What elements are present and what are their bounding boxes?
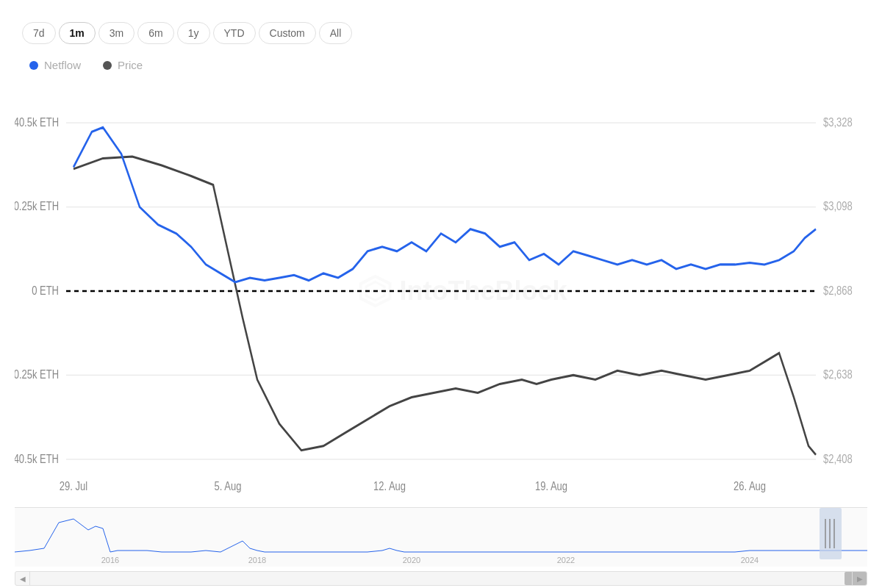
scroll-left-btn[interactable]: ◀ <box>15 571 30 586</box>
netflow-line <box>74 127 816 282</box>
svg-text:-340.5k ETH: -340.5k ETH <box>15 452 59 465</box>
svg-text:2016: 2016 <box>101 556 119 564</box>
price-line <box>74 157 816 455</box>
mini-chart[interactable]: 2016 2018 2020 2022 2024 ◀ ▶ <box>15 507 867 581</box>
legend-price: Price <box>103 59 143 71</box>
svg-text:19. Aug: 19. Aug <box>535 480 567 492</box>
netflow-label: Netflow <box>44 59 81 71</box>
btn-6m[interactable]: 6m <box>137 22 173 44</box>
svg-text:$2,868: $2,868 <box>823 284 853 297</box>
netflow-dot <box>29 61 38 70</box>
svg-text:$3,098: $3,098 <box>823 200 853 212</box>
legend-netflow: Netflow <box>29 59 81 71</box>
price-dot <box>103 61 112 70</box>
btn-1y[interactable]: 1y <box>177 22 210 44</box>
main-chart[interactable]: IntoTheBlock 340.5k ETH 170.25k ETH 0 ET… <box>15 79 867 503</box>
svg-text:0 ETH: 0 ETH <box>32 284 59 297</box>
scrollbar[interactable]: ◀ ▶ <box>15 571 867 586</box>
svg-text:$2,408: $2,408 <box>823 452 853 465</box>
chart-legend: Netflow Price <box>15 59 867 79</box>
btn-custom[interactable]: Custom <box>259 22 316 44</box>
svg-text:2018: 2018 <box>248 556 266 564</box>
btn-7d[interactable]: 7d <box>22 22 56 44</box>
mini-chart-svg: 2016 2018 2020 2022 2024 <box>15 508 867 567</box>
svg-text:26. Aug: 26. Aug <box>734 480 766 492</box>
svg-text:-170.25k ETH: -170.25k ETH <box>15 368 59 381</box>
svg-text:2020: 2020 <box>403 556 420 564</box>
svg-text:$2,638: $2,638 <box>823 368 853 381</box>
time-range-buttons: 7d 1m 3m 6m 1y YTD Custom All <box>15 15 867 59</box>
btn-all[interactable]: All <box>319 22 353 44</box>
chart-area: IntoTheBlock 340.5k ETH 170.25k ETH 0 ET… <box>15 79 867 581</box>
svg-text:29. Jul: 29. Jul <box>60 480 87 492</box>
svg-text:2024: 2024 <box>741 556 759 564</box>
svg-text:12. Aug: 12. Aug <box>373 480 406 492</box>
btn-1m[interactable]: 1m <box>59 22 96 44</box>
svg-rect-29 <box>820 508 842 559</box>
btn-ytd[interactable]: YTD <box>213 22 256 44</box>
btn-3m[interactable]: 3m <box>98 22 135 44</box>
svg-text:170.25k ETH: 170.25k ETH <box>15 200 59 212</box>
scroll-right-btn[interactable]: ▶ <box>852 571 867 586</box>
price-label: Price <box>118 59 143 71</box>
scroll-track <box>30 572 867 585</box>
app-container: 7d 1m 3m 6m 1y YTD Custom All Netflow Pr… <box>0 0 882 588</box>
svg-text:2022: 2022 <box>557 556 575 564</box>
svg-rect-23 <box>15 508 867 567</box>
main-chart-svg: 340.5k ETH 170.25k ETH 0 ETH -170.25k ET… <box>15 79 867 503</box>
svg-text:340.5k ETH: 340.5k ETH <box>15 116 59 129</box>
svg-text:5. Aug: 5. Aug <box>215 480 242 492</box>
svg-text:$3,328: $3,328 <box>823 116 853 129</box>
